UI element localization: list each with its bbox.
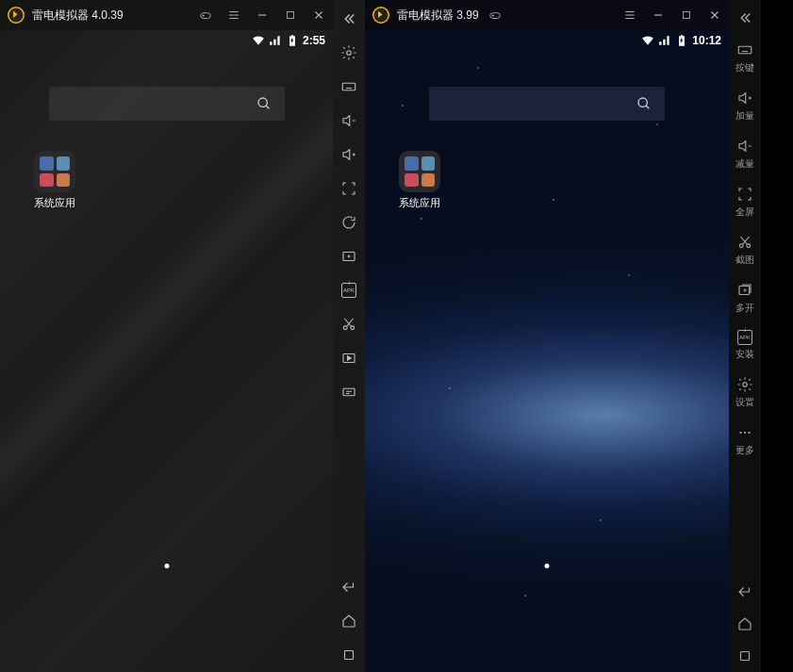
search-icon — [636, 96, 652, 111]
keyboard-button[interactable]: 按键 — [729, 34, 761, 82]
gear-icon[interactable] — [333, 36, 365, 70]
menu-icon[interactable] — [222, 1, 246, 29]
battery-icon — [675, 34, 688, 47]
app-logo — [8, 7, 25, 24]
svg-rect-13 — [489, 13, 500, 19]
svg-rect-16 — [738, 46, 752, 54]
battery-icon — [286, 34, 299, 47]
wallpaper — [0, 30, 333, 672]
svg-point-4 — [347, 51, 352, 56]
home-icon[interactable] — [333, 604, 365, 638]
volume-up-icon[interactable] — [333, 138, 365, 172]
svg-point-18 — [747, 244, 751, 248]
svg-point-8 — [351, 326, 355, 330]
page-indicator — [164, 564, 169, 568]
svg-rect-2 — [288, 12, 294, 19]
multi-instance-button[interactable]: 多开 — [729, 274, 761, 322]
volume-up-button[interactable]: 加量 — [729, 82, 761, 130]
emulator-window-left: 雷电模拟器 4.0.39 2:55 系统应用 — [0, 0, 365, 672]
volume-down-icon[interactable] — [333, 104, 365, 138]
recent-icon[interactable] — [333, 638, 365, 672]
svg-point-3 — [258, 98, 267, 107]
page-indicator — [545, 564, 550, 568]
svg-rect-10 — [343, 388, 355, 396]
recent-button[interactable] — [729, 640, 761, 672]
menu-icon[interactable] — [618, 1, 642, 29]
more-button[interactable]: 更多 — [729, 417, 761, 465]
window-title: 雷电模拟器 4.0.39 — [32, 8, 124, 24]
minimize-button[interactable] — [646, 1, 670, 29]
collapse-icon[interactable] — [333, 2, 365, 36]
install-apk-button[interactable]: APK安装 — [729, 322, 761, 369]
wallpaper — [365, 30, 729, 672]
home-button[interactable] — [729, 608, 761, 640]
fullscreen-icon[interactable] — [333, 172, 365, 205]
sidebar-toolbar: APK — [333, 0, 365, 672]
wifi-icon — [641, 34, 654, 47]
search-bar[interactable] — [49, 87, 285, 121]
svg-rect-5 — [342, 83, 355, 90]
back-button[interactable] — [729, 576, 761, 608]
svg-point-15 — [638, 98, 647, 107]
android-statusbar: 2:55 — [252, 30, 333, 51]
svg-rect-1 — [201, 13, 211, 19]
transfer-icon[interactable] — [333, 375, 365, 409]
svg-point-20 — [743, 383, 748, 387]
app-icon-system[interactable]: 系统应用 — [399, 151, 440, 210]
app-folder-icon — [34, 151, 75, 192]
titlebar: 雷电模拟器 4.0.39 — [0, 0, 333, 30]
app-folder-icon — [399, 151, 440, 192]
screen-content: 2:55 系统应用 — [0, 30, 333, 672]
add-window-icon[interactable] — [333, 239, 365, 273]
gamepad-icon[interactable] — [483, 1, 507, 29]
keyboard-icon[interactable] — [333, 70, 365, 104]
app-label: 系统应用 — [34, 196, 75, 210]
svg-point-22 — [744, 432, 746, 434]
minimize-button[interactable] — [250, 1, 274, 29]
app-label: 系统应用 — [399, 196, 440, 210]
fullscreen-button[interactable]: 全屏 — [729, 178, 761, 226]
app-logo — [372, 7, 389, 24]
maximize-button[interactable] — [674, 1, 699, 29]
close-button[interactable] — [306, 1, 331, 29]
emulator-window-right: 雷电模拟器 3.99 10:12 系统应用 — [365, 0, 761, 672]
svg-rect-24 — [741, 652, 750, 661]
titlebar: 雷电模拟器 3.99 — [365, 0, 729, 30]
back-icon[interactable] — [333, 570, 365, 604]
svg-rect-11 — [345, 651, 354, 660]
svg-point-7 — [343, 326, 347, 330]
close-button[interactable] — [702, 1, 727, 29]
scissors-icon[interactable] — [333, 307, 365, 341]
screenshot-button[interactable]: 截图 — [729, 226, 761, 274]
wifi-icon — [252, 34, 265, 47]
maximize-button[interactable] — [278, 1, 303, 29]
svg-point-21 — [739, 432, 741, 434]
svg-rect-14 — [684, 12, 690, 19]
signal-icon — [269, 34, 282, 47]
android-statusbar: 10:12 — [641, 30, 729, 51]
search-icon — [256, 96, 272, 111]
screen-content: 10:12 系统应用 — [365, 30, 729, 672]
window-title: 雷电模拟器 3.99 — [397, 8, 479, 24]
search-bar[interactable] — [429, 87, 665, 121]
app-icon-system[interactable]: 系统应用 — [34, 151, 75, 210]
clock: 2:55 — [303, 34, 325, 47]
apk-install-icon[interactable]: APK — [333, 273, 365, 307]
svg-point-23 — [748, 432, 750, 434]
refresh-icon[interactable] — [333, 205, 365, 239]
main-area: 雷电模拟器 4.0.39 2:55 系统应用 — [0, 0, 333, 672]
right-toolbar: 按键 加量 减量 全屏 截图 多开 APK安装 设置 更多 — [729, 0, 761, 672]
video-icon[interactable] — [333, 341, 365, 375]
clock: 10:12 — [692, 34, 721, 47]
gamepad-icon[interactable] — [193, 1, 218, 29]
svg-point-17 — [739, 244, 743, 248]
volume-down-button[interactable]: 减量 — [729, 130, 761, 178]
settings-button[interactable]: 设置 — [729, 369, 761, 417]
collapse-icon[interactable] — [729, 2, 761, 34]
main-area: 雷电模拟器 3.99 10:12 系统应用 — [365, 0, 729, 672]
signal-icon — [658, 34, 671, 47]
